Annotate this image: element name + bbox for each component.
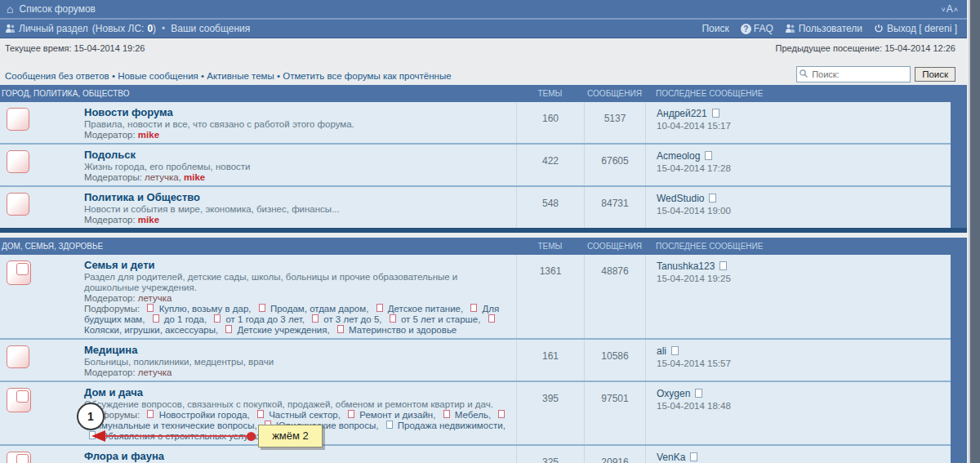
moderator-link[interactable]: летучка <box>138 367 172 377</box>
last-post-cell: Oxygen15-04-2014 18:48 <box>645 382 951 444</box>
ucp-link[interactable]: Личный раздел <box>19 20 88 38</box>
forum-row: Новости форумаПравила, новости и все, чт… <box>0 102 951 143</box>
subforum-link[interactable]: Материнство и здоровье <box>346 325 457 335</box>
search-button[interactable]: Поиск <box>915 67 956 82</box>
forum-description: Раздел для родителей, детские сады, школ… <box>84 272 514 293</box>
subforum-link[interactable]: Ремонт и дизайн <box>357 410 433 420</box>
view-latest-post-icon[interactable] <box>709 194 716 203</box>
quick-links: Сообщения без ответов • Новые сообщения … <box>5 66 452 81</box>
subforum-link[interactable]: Детское питание <box>385 304 461 314</box>
last-post-cell: Андрей22110-04-2014 15:17 <box>645 102 951 143</box>
forum-title-link[interactable]: Медицина <box>84 344 137 356</box>
forum-title-link[interactable]: Новости форума <box>84 106 173 118</box>
subforum-page-icon <box>390 314 396 323</box>
quick-link[interactable]: Новые сообщения <box>118 71 198 81</box>
last-post-user-link[interactable]: WedStudio <box>657 193 704 204</box>
forum-title-link[interactable]: Флора и фауна <box>84 450 164 462</box>
subforum-link[interactable]: Коммунальные и технические вопросы <box>84 421 254 430</box>
quick-link[interactable]: Сообщения без ответов <box>5 71 109 81</box>
subforum-link[interactable]: Детские учреждения <box>234 325 327 335</box>
forum-cell: Новости форумаПравила, новости и все, чт… <box>0 102 516 143</box>
last-post-user-link[interactable]: Oxygen <box>657 388 690 399</box>
view-latest-post-icon[interactable] <box>695 389 702 398</box>
font-size-widget[interactable]: ˅A˄ <box>941 0 959 19</box>
posts-count: 48876 <box>584 255 645 338</box>
column-header-lastpost: ПОСЛЕДНЕЕ СООБЩЕНИЕ <box>645 238 951 255</box>
forum-list: ГОРОД, ПОЛИТИКА, ОБЩЕСТВОТЕМЫСООБЩЕНИЯПО… <box>0 85 967 463</box>
members-link[interactable]: Пользователи <box>799 20 862 38</box>
moderator-link[interactable]: mike <box>184 172 205 182</box>
last-post-user-link[interactable]: Acmeolog <box>657 150 700 162</box>
board-index-link[interactable]: Список форумов <box>19 0 96 18</box>
forum-moderators: Модератор: mike <box>84 215 514 225</box>
vertical-scrollbar[interactable] <box>969 0 980 463</box>
subforum-page-icon <box>470 304 477 312</box>
quick-link[interactable]: Активные темы <box>207 71 274 81</box>
new-pm-prefix: (Новых ЛС: <box>92 20 145 38</box>
quick-link[interactable]: Отметить все форумы как прочтённые <box>283 71 451 81</box>
home-icon[interactable]: ⌂ <box>7 0 13 18</box>
forum-row: Политика и ОбществоНовости и события в м… <box>0 185 951 228</box>
forum-status-icon <box>7 260 31 285</box>
breadcrumb-bar: ⌂ Список форумов ˅A˄ <box>0 0 967 20</box>
category-rows: Семья и детиРаздел для родителей, детски… <box>0 255 951 463</box>
forum-category-block: ДОМ, СЕМЬЯ, ЗДОРОВЬЕТЕМЫСООБЩЕНИЯПОСЛЕДН… <box>0 238 967 463</box>
logout-link[interactable]: Выход [ dereni ] <box>887 20 957 38</box>
moderator-label: Модератор: <box>84 130 138 140</box>
subforum-link[interactable]: от 5 лет и старше <box>399 314 479 324</box>
forum-status-icon <box>7 150 29 173</box>
forum-category-block: ГОРОД, ПОЛИТИКА, ОБЩЕСТВОТЕМЫСООБЩЕНИЯПО… <box>0 85 967 233</box>
moderator-link[interactable]: летучка <box>138 293 172 303</box>
view-latest-post-icon[interactable] <box>690 452 697 461</box>
topics-count: 160 <box>516 102 584 143</box>
subforum-page-icon <box>147 410 154 418</box>
category-title[interactable]: ГОРОД, ПОЛИТИКА, ОБЩЕСТВО <box>0 85 516 102</box>
faq-link[interactable]: FAQ <box>754 20 773 38</box>
search-link[interactable]: Поиск <box>702 20 728 38</box>
subforum-link[interactable]: Новостройки города <box>156 410 247 420</box>
subforum-page-icon <box>147 304 154 312</box>
forum-cell: ПодольскЖизнь города, его проблемы, ново… <box>0 145 516 185</box>
forum-description: Обсуждение вопросов, связанных с покупко… <box>84 399 514 410</box>
forum-title-link[interactable]: Политика и Общество <box>84 191 200 203</box>
subforum-link[interactable]: Частный сектор <box>266 410 338 420</box>
view-latest-post-icon[interactable] <box>712 109 719 118</box>
category-title[interactable]: ДОМ, СЕМЬЯ, ЗДОРОВЬЕ <box>0 238 516 255</box>
forum-description: Правила, новости и все, что связано с ра… <box>84 119 514 130</box>
separator-bullet: • <box>162 20 165 38</box>
moderator-link[interactable]: mike <box>138 215 159 225</box>
subforum-page-icon <box>257 410 264 418</box>
subforum-link[interactable]: Коляски, игрушки, аксессуары <box>84 325 216 335</box>
subforum-link[interactable]: до 1 года <box>162 314 204 324</box>
forum-title-link[interactable]: Подольск <box>84 149 136 161</box>
subforum-link[interactable]: Куплю, возьму в дар <box>156 304 248 314</box>
last-post-time: 15-04-2014 19:25 <box>657 274 951 283</box>
forum-title-link[interactable]: Дом и дача <box>84 386 143 398</box>
last-post-user-link[interactable]: ali <box>657 345 666 357</box>
topics-count: 325 <box>516 446 584 463</box>
subforum-link[interactable]: от 1 года до 3 лет <box>223 314 301 324</box>
posts-count: 84731 <box>584 187 645 228</box>
last-post-user-link[interactable]: VenKa <box>657 452 685 463</box>
forum-moderators: Модераторы: летучка, mike <box>84 172 514 183</box>
view-latest-post-icon[interactable] <box>719 261 727 270</box>
subforum-page-icon <box>488 314 495 323</box>
page-content: ⌂ Список форумов ˅A˄ Личный раздел (Новы… <box>0 0 967 463</box>
moderator-link[interactable]: mike <box>138 130 159 140</box>
subforum-page-icon <box>498 410 505 418</box>
forum-title-link[interactable]: Семья и дети <box>84 259 155 271</box>
subforum-link[interactable]: от 3 лет до 5 <box>321 314 379 324</box>
last-post-time: 15-04-2014 19:00 <box>657 206 951 216</box>
search-input[interactable] <box>796 66 911 82</box>
moderator-link[interactable]: летучка <box>145 172 179 182</box>
last-post-user-link[interactable]: Tanushka123 <box>657 260 715 272</box>
your-messages-link[interactable]: Ваши сообщения <box>171 20 250 38</box>
subforum-link[interactable]: Продам, отдам даром <box>268 304 366 314</box>
subforum-page-icon <box>386 421 393 429</box>
view-latest-post-icon[interactable] <box>671 346 679 355</box>
subforum-link[interactable]: Продажа недвижимости <box>395 421 503 430</box>
topics-count: 395 <box>516 382 584 444</box>
view-latest-post-icon[interactable] <box>705 151 712 160</box>
last-post-user-link[interactable]: Андрей221 <box>657 108 707 119</box>
subforum-link[interactable]: Мебель <box>452 410 488 420</box>
